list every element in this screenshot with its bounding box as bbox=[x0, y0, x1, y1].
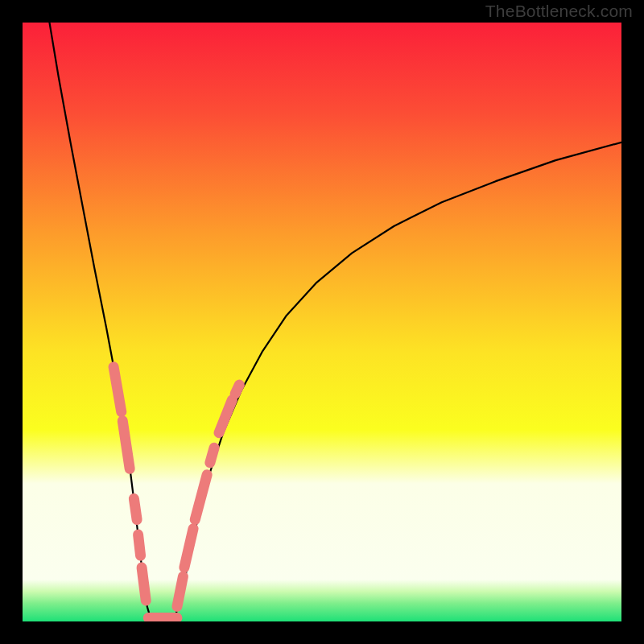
marker-left-cluster-1 bbox=[122, 421, 130, 469]
watermark-text: TheBottleneck.com bbox=[485, 2, 633, 21]
chart-svg bbox=[23, 23, 621, 621]
marker-right-cluster-0 bbox=[177, 576, 183, 606]
marker-left-cluster-3 bbox=[138, 535, 141, 555]
marker-left-cluster-2 bbox=[134, 498, 137, 519]
gradient-background bbox=[23, 23, 621, 621]
chart-frame: TheBottleneck.com bbox=[0, 0, 644, 644]
marker-right-cluster-5 bbox=[235, 385, 239, 394]
marker-right-cluster-3 bbox=[210, 448, 214, 463]
marker-left-cluster-4 bbox=[142, 568, 146, 601]
plot-area bbox=[23, 23, 621, 621]
